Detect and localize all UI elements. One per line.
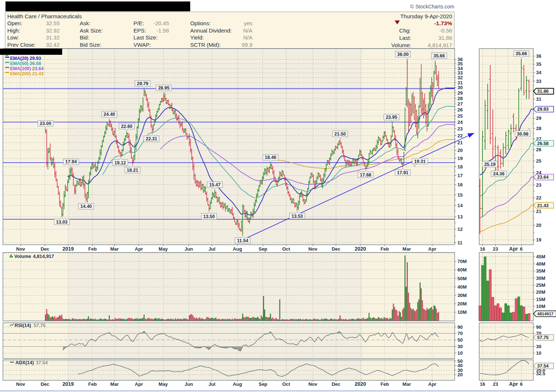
- svg-text:13.03: 13.03: [56, 220, 67, 225]
- svg-text:Nov: Nov: [308, 246, 318, 252]
- svg-text:24: 24: [458, 119, 463, 125]
- svg-text:37.54: 37.54: [537, 364, 549, 369]
- svg-text:ADX(14): ADX(14): [15, 360, 34, 365]
- svg-text:28: 28: [536, 126, 541, 131]
- svg-text:Nov: Nov: [16, 246, 25, 252]
- svg-text:70: 70: [458, 331, 463, 336]
- svg-text:May: May: [159, 381, 168, 387]
- svg-text:EMA(200) 21.43: EMA(200) 21.43: [10, 71, 44, 76]
- svg-text:20M: 20M: [536, 289, 545, 295]
- svg-text:26: 26: [536, 147, 541, 152]
- svg-text:17.68: 17.68: [360, 172, 371, 178]
- svg-text:20M: 20M: [458, 301, 467, 307]
- svg-text:-0.56: -0.56: [440, 27, 452, 34]
- svg-text:31.86: 31.86: [438, 35, 452, 41]
- svg-text:19: 19: [458, 156, 463, 161]
- svg-text:29: 29: [458, 90, 463, 96]
- svg-text:4,814,917: 4,814,917: [428, 42, 452, 48]
- svg-text:10M: 10M: [536, 304, 545, 309]
- svg-text:32.55: 32.55: [46, 20, 60, 26]
- svg-text:19.12: 19.12: [114, 160, 126, 165]
- svg-text:Bid:: Bid:: [80, 34, 89, 41]
- svg-text:10: 10: [458, 350, 463, 356]
- svg-text:Nov: Nov: [16, 381, 25, 387]
- svg-text:20: 20: [458, 148, 463, 153]
- svg-text:yes: yes: [244, 20, 252, 26]
- svg-text:36.00: 36.00: [397, 52, 409, 57]
- svg-text:16: 16: [480, 246, 485, 252]
- svg-text:40M: 40M: [458, 284, 467, 290]
- svg-text:Yield:: Yield:: [190, 34, 204, 41]
- svg-text:16: 16: [480, 381, 485, 387]
- svg-text:35M: 35M: [536, 268, 545, 274]
- svg-text:2020: 2020: [355, 246, 366, 252]
- svg-text:19.31: 19.31: [414, 159, 425, 164]
- svg-text:Jul: Jul: [209, 381, 215, 387]
- svg-text:High:: High:: [7, 27, 20, 34]
- svg-text:90: 90: [458, 324, 463, 330]
- svg-text:-1.56: -1.56: [157, 27, 169, 34]
- svg-text:50M: 50M: [458, 276, 467, 281]
- svg-text:18.46: 18.46: [265, 155, 276, 160]
- svg-text:N/A: N/A: [243, 27, 252, 34]
- svg-text:23: 23: [493, 246, 498, 252]
- svg-text:90: 90: [536, 324, 541, 330]
- svg-text:99.9: 99.9: [242, 42, 252, 48]
- svg-text:17: 17: [458, 173, 463, 178]
- svg-text:Nov: Nov: [308, 381, 318, 387]
- svg-text:Jun: Jun: [184, 381, 193, 387]
- svg-text:Dec: Dec: [41, 381, 49, 387]
- svg-text:Aug: Aug: [233, 246, 242, 252]
- svg-text:26.58: 26.58: [537, 141, 549, 146]
- svg-text:14.40: 14.40: [80, 204, 92, 209]
- svg-text:12: 12: [458, 227, 463, 232]
- svg-text:10: 10: [536, 350, 541, 356]
- svg-text:18.21: 18.21: [127, 168, 138, 173]
- svg-text:-1.73%: -1.73%: [434, 20, 452, 26]
- svg-text:Apr: Apr: [135, 246, 143, 252]
- svg-text:33: 33: [536, 79, 541, 84]
- svg-text:32.92: 32.92: [46, 27, 60, 34]
- svg-text:23: 23: [536, 182, 541, 188]
- svg-text:37.54: 37.54: [36, 360, 48, 365]
- svg-text:Mar: Mar: [110, 381, 119, 387]
- svg-text:15.47: 15.47: [209, 182, 221, 187]
- svg-text:Oct: Oct: [282, 381, 290, 387]
- svg-text:36: 36: [458, 57, 463, 62]
- svg-text:Bid Size:: Bid Size:: [80, 42, 101, 48]
- svg-text:13: 13: [458, 214, 463, 220]
- svg-text:17.91: 17.91: [397, 170, 408, 175]
- svg-text:11.54: 11.54: [237, 238, 248, 243]
- svg-text:Volume: Volume: [14, 254, 31, 259]
- svg-text:32: 32: [458, 75, 463, 80]
- svg-text:31: 31: [458, 80, 463, 85]
- svg-text:15M: 15M: [536, 297, 545, 302]
- svg-text:Apr: Apr: [428, 381, 436, 387]
- svg-text:26: 26: [458, 107, 463, 113]
- svg-text:22.31: 22.31: [146, 136, 157, 141]
- svg-text:31.86: 31.86: [537, 89, 549, 94]
- svg-text:Dec: Dec: [41, 246, 49, 252]
- svg-text:57.75: 57.75: [34, 323, 46, 328]
- svg-text:23.64: 23.64: [537, 175, 549, 180]
- svg-text:P/E:: P/E:: [134, 20, 144, 26]
- svg-text:31.32: 31.32: [46, 34, 60, 41]
- svg-text:21.50: 21.50: [334, 132, 346, 137]
- svg-text:21: 21: [458, 140, 463, 145]
- svg-text:25: 25: [458, 113, 463, 119]
- svg-text:35: 35: [536, 61, 541, 67]
- svg-text:70M: 70M: [458, 259, 467, 264]
- svg-text:23.95: 23.95: [386, 115, 397, 120]
- svg-text:EMA(20) 29.93: EMA(20) 29.93: [10, 56, 41, 61]
- svg-text:13.50: 13.50: [203, 214, 215, 219]
- svg-text:Jun: Jun: [184, 246, 193, 252]
- svg-text:10M: 10M: [458, 309, 467, 315]
- svg-text:Apr: Apr: [509, 246, 518, 252]
- svg-text:28: 28: [458, 96, 463, 101]
- svg-text:23: 23: [458, 126, 463, 132]
- svg-text:EMA(50) 26.58: EMA(50) 26.58: [10, 61, 41, 66]
- svg-text:Mar: Mar: [402, 381, 411, 387]
- svg-text:13.53: 13.53: [292, 214, 303, 219]
- svg-text:34: 34: [536, 70, 542, 75]
- svg-text:© StockCharts.com: © StockCharts.com: [410, 4, 454, 9]
